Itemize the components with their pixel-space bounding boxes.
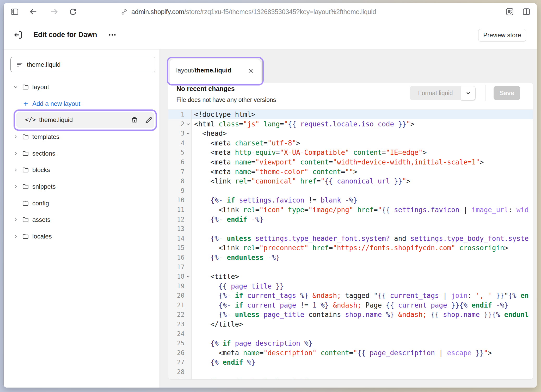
- format-liquid-button[interactable]: Format liquid: [410, 86, 461, 100]
- sidebar-item-templates[interactable]: templates: [4, 128, 160, 145]
- fold-toggle-icon[interactable]: [186, 121, 191, 127]
- code-line-15[interactable]: 15 <link rel="preconnect" href="https://…: [168, 243, 533, 253]
- chevron-right-icon[interactable]: [13, 183, 19, 190]
- code-line-7[interactable]: 7 <meta name="theme-color" content="">: [168, 167, 533, 177]
- folder-icon: [22, 216, 29, 223]
- code-line-24[interactable]: 24: [168, 329, 533, 339]
- save-button[interactable]: Save: [494, 86, 520, 100]
- url-bar[interactable]: admin.shopify.com/store/rzq1xu-f5/themes…: [131, 8, 376, 16]
- file-item-theme.liquid[interactable]: </>theme.liquid: [4, 112, 160, 128]
- line-number: 27: [168, 358, 192, 367]
- code-line-13[interactable]: 13: [168, 224, 533, 234]
- delete-file-icon[interactable]: [130, 116, 139, 124]
- sidebar-item-snippets[interactable]: snippets: [4, 178, 160, 195]
- chevron-down-icon[interactable]: [13, 84, 19, 90]
- code-editor[interactable]: 1<!doctype html>2<html class="js" lang="…: [168, 110, 533, 379]
- code-line-29[interactable]: 29 {% render 'meta-tags' %}: [168, 377, 533, 379]
- format-liquid-split-button: Format liquid: [410, 86, 476, 100]
- folder-label: config: [32, 200, 49, 207]
- sidebar-item-locales[interactable]: locales: [4, 228, 160, 245]
- sidebar-item-assets[interactable]: assets: [4, 212, 160, 228]
- add-new-layout-button[interactable]: Add a new layout: [4, 95, 160, 112]
- code-line-22[interactable]: 22 {%- unless page_title contains shop.n…: [168, 310, 533, 320]
- more-menu-icon[interactable]: [108, 31, 117, 39]
- code-line-content: <link rel="icon" type="image/png" href="…: [192, 205, 533, 215]
- sidebar-item-sections[interactable]: sections: [4, 145, 160, 162]
- sidebar-item-config[interactable]: config: [4, 195, 160, 212]
- code-line-20[interactable]: 20 {%- if current_tags %} &ndash; tagged…: [168, 291, 533, 301]
- code-line-content: {%- if current_page != 1 %} &ndash; Page…: [192, 301, 533, 310]
- code-line-5[interactable]: 5 <meta http-equiv="X-UA-Compatible" con…: [168, 148, 533, 157]
- code-line-19[interactable]: 19 {{ page_title }}: [168, 281, 533, 291]
- rename-file-icon[interactable]: [144, 116, 153, 124]
- close-tab-icon[interactable]: [247, 67, 254, 75]
- code-line-content: <meta name="viewport" content="width=dev…: [192, 157, 533, 167]
- code-line-9[interactable]: 9: [168, 186, 533, 196]
- code-line-1[interactable]: 1<!doctype html>: [168, 110, 533, 119]
- chevron-right-icon[interactable]: [13, 217, 19, 223]
- fold-toggle-icon[interactable]: [186, 274, 191, 279]
- code-lines: 1<!doctype html>2<html class="js" lang="…: [168, 110, 533, 379]
- code-line-10[interactable]: 10 {%- if settings.favicon != blank -%}: [168, 195, 533, 205]
- line-number: 6: [168, 157, 192, 167]
- code-line-content: {%- if current_tags %} &ndash; tagged "{…: [192, 291, 533, 301]
- code-line-content: {% endif %}: [192, 358, 533, 367]
- exit-editor-icon[interactable]: [13, 30, 23, 40]
- link-icon: [121, 8, 128, 15]
- line-number: 17: [168, 262, 192, 272]
- code-line-6[interactable]: 6 <meta name="viewport" content="width=d…: [168, 157, 533, 167]
- folder-label: templates: [32, 133, 59, 140]
- code-line-28[interactable]: 28: [168, 367, 533, 377]
- back-icon[interactable]: [29, 7, 38, 16]
- line-number: 8: [168, 176, 192, 186]
- code-line-12[interactable]: 12 {%- endif -%}: [168, 215, 533, 224]
- active-file-pill[interactable]: </>theme.liquid: [16, 112, 154, 128]
- chevron-right-icon[interactable]: [13, 150, 19, 157]
- line-number: 28: [168, 367, 192, 377]
- code-line-content: <html class="js" lang="{{ request.locale…: [192, 119, 533, 129]
- chevron-right-icon[interactable]: [13, 134, 19, 140]
- split-view-icon[interactable]: [522, 7, 531, 16]
- code-line-content: <meta http-equiv="X-UA-Compatible" conte…: [192, 148, 533, 157]
- page-settings-icon[interactable]: [505, 7, 514, 16]
- code-line-17[interactable]: 17: [168, 262, 533, 272]
- sidebar-item-blocks[interactable]: blocks: [4, 162, 160, 178]
- tab-label: layout/theme.liquid: [176, 67, 231, 74]
- format-options-button[interactable]: [461, 86, 476, 100]
- reload-icon[interactable]: [68, 7, 78, 16]
- preview-store-button[interactable]: Preview store: [478, 29, 526, 41]
- search-input[interactable]: [27, 61, 142, 68]
- folder-label: locales: [32, 233, 52, 240]
- chevron-right-icon[interactable]: [13, 233, 19, 240]
- code-line-25[interactable]: 25 {% if page_description %}: [168, 339, 533, 348]
- code-line-11[interactable]: 11 <link rel="icon" type="image/png" hre…: [168, 205, 533, 215]
- code-line-21[interactable]: 21 {%- if current_page != 1 %} &ndash; P…: [168, 301, 533, 310]
- sidebar-toggle-icon[interactable]: [10, 7, 19, 16]
- tab-layout-theme-liquid[interactable]: layout/theme.liquid: [170, 59, 261, 83]
- code-line-content: <link rel="preconnect" href="https://fon…: [192, 243, 533, 253]
- fold-toggle-icon[interactable]: [186, 131, 191, 136]
- filter-icon: [16, 61, 24, 69]
- code-line-content: <!doctype html>: [192, 110, 533, 119]
- code-line-3[interactable]: 3 <head>: [168, 129, 533, 138]
- toolbar-divider: [485, 85, 485, 101]
- code-line-18[interactable]: 18 <title>: [168, 272, 533, 281]
- line-number: 11: [168, 205, 192, 215]
- code-line-23[interactable]: 23 </title>: [168, 320, 533, 329]
- forward-icon[interactable]: [50, 7, 59, 16]
- line-number: 10: [168, 195, 192, 205]
- code-line-2[interactable]: 2<html class="js" lang="{{ request.local…: [168, 119, 533, 129]
- file-search[interactable]: [10, 57, 155, 72]
- line-number: 26: [168, 348, 192, 358]
- code-line-content: [192, 224, 533, 234]
- chevron-right-icon[interactable]: [13, 167, 19, 173]
- code-line-4[interactable]: 4 <meta charset="utf-8">: [168, 138, 533, 148]
- code-line-16[interactable]: 16 {%- endunless -%}: [168, 253, 533, 262]
- folder-label: blocks: [32, 166, 50, 174]
- url-path: /store/rzq1xu-f5/themes/132683530345?key…: [184, 8, 376, 15]
- code-line-14[interactable]: 14 {%- unless settings.type_header_font.…: [168, 234, 533, 243]
- code-line-27[interactable]: 27 {% endif %}: [168, 358, 533, 367]
- code-line-26[interactable]: 26 <meta name="description" content="{{ …: [168, 348, 533, 358]
- sidebar-item-layout[interactable]: layout: [4, 79, 160, 95]
- code-line-8[interactable]: 8 <link rel="canonical" href="{{ canonic…: [168, 176, 533, 186]
